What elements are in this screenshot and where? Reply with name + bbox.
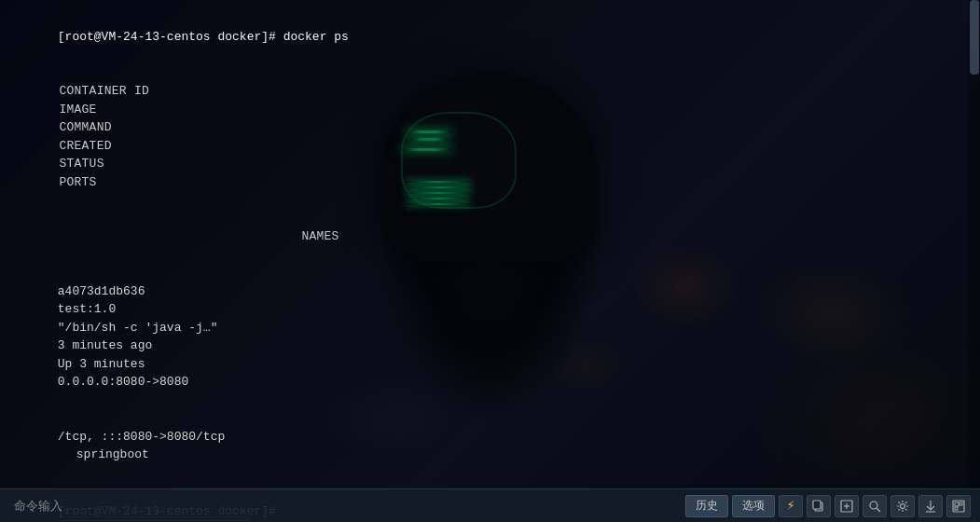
search-icon[interactable]: [863, 495, 887, 517]
col-created: CREATED: [59, 137, 199, 156]
options-button[interactable]: 选项: [732, 495, 775, 517]
image-name: test:1.0: [58, 300, 142, 319]
copy-icon-1[interactable]: [807, 495, 831, 517]
prompt-line-1: [root@VM-24-13-centos docker]# docker ps: [14, 9, 966, 64]
created-time: 3 minutes ago: [58, 337, 198, 355]
col-status: STATUS: [59, 155, 189, 173]
table-header: CONTAINER ID IMAGE COMMAND CREATED STATU…: [14, 64, 966, 210]
copy-icon-2[interactable]: [835, 495, 859, 517]
bottom-toolbar: 命令输入 历史 选项 ⚡: [0, 488, 980, 522]
svg-rect-13: [955, 507, 958, 510]
names-subheader: NAMES: [14, 210, 966, 265]
command-input-label: 命令输入: [14, 498, 62, 515]
container-id: a4073d1db636: [58, 282, 165, 301]
command-input-area[interactable]: 命令输入: [0, 498, 685, 515]
settings-icon[interactable]: [890, 495, 915, 517]
terminal-content: [root@VM-24-13-centos docker]# docker ps…: [0, 0, 980, 522]
col-container-id: CONTAINER ID: [59, 82, 166, 101]
toolbar-right-buttons: 历史 选项 ⚡: [685, 495, 980, 517]
container-status: Up 3 minutes: [58, 355, 188, 374]
download-icon[interactable]: [918, 495, 943, 517]
svg-rect-1: [813, 501, 821, 509]
svg-line-6: [876, 508, 880, 512]
svg-rect-12: [959, 502, 962, 505]
lightning-icon[interactable]: ⚡: [779, 495, 803, 517]
history-button[interactable]: 历史: [685, 495, 728, 517]
col-image: IMAGE: [59, 101, 143, 119]
table-row: a4073d1db636 test:1.0 "/bin/sh -c 'java …: [14, 264, 966, 409]
col-ports: PORTS: [59, 175, 96, 189]
svg-rect-11: [955, 502, 959, 506]
window-icon[interactable]: [946, 495, 971, 517]
svg-point-5: [870, 501, 877, 509]
container-command: "/bin/sh -c 'java -j…": [58, 319, 244, 337]
svg-point-7: [901, 503, 905, 508]
terminal-window: [root@VM-24-13-centos docker]# docker ps…: [0, 0, 980, 522]
table-row-continued: /tcp, :::8080->8080/tcp springboot: [14, 409, 966, 482]
col-command: COMMAND: [59, 118, 245, 137]
scrollbar-thumb[interactable]: [970, 0, 979, 75]
container-ports: 0.0.0.0:8080->8080: [58, 375, 188, 389]
scrollbar[interactable]: [969, 0, 980, 488]
